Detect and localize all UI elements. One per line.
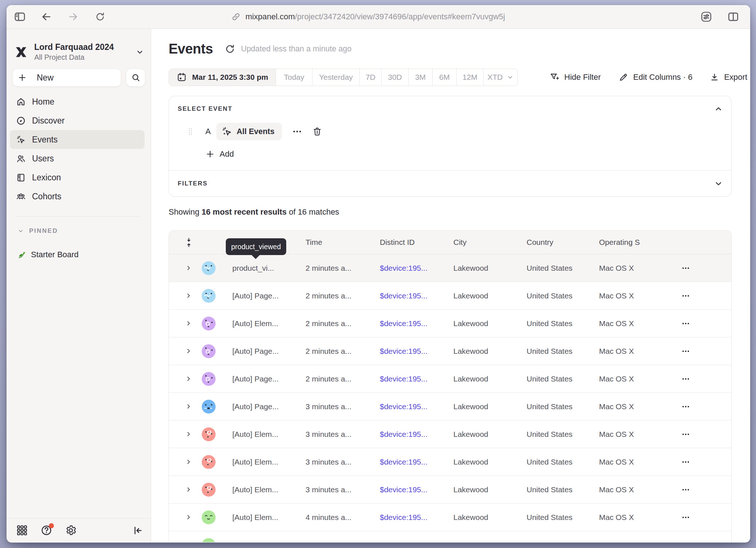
distinct-id-cell[interactable]: $device:195... — [380, 375, 453, 383]
expand-row-icon[interactable] — [185, 348, 202, 355]
row-menu-icon[interactable] — [681, 347, 731, 356]
settings-gear-icon[interactable] — [65, 524, 77, 536]
row-menu-icon[interactable] — [681, 402, 731, 411]
sidebar-item-events[interactable]: Events — [10, 130, 145, 149]
address-bar[interactable]: mixpanel.com/project/3472420/view/397469… — [231, 12, 505, 21]
more-options-icon[interactable] — [292, 126, 303, 137]
expand-row-icon[interactable] — [185, 458, 202, 465]
distinct-id-cell[interactable]: $device:195... — [380, 485, 453, 494]
table-row[interactable]: [Auto] Page... 3 minutes a... $device:19… — [169, 393, 731, 420]
help-icon[interactable] — [40, 524, 52, 536]
distinct-id-cell[interactable]: $device:195... — [380, 430, 453, 439]
event-chip-label: All Events — [237, 127, 275, 136]
table-row[interactable]: [Auto] Elem... 3 minutes a... $device:19… — [169, 448, 731, 476]
table-row[interactable]: [Auto] Page... 2 minutes a... $device:19… — [169, 365, 731, 393]
country-cell: United States — [527, 264, 599, 273]
event-selector-chip[interactable]: All Events — [216, 123, 282, 140]
row-height-toggle-icon[interactable] — [185, 237, 202, 248]
table-row[interactable]: [Auto] Elem... 3 minutes a... $device:19… — [169, 476, 731, 504]
range-today-button[interactable]: Today — [276, 69, 312, 86]
edit-columns-button[interactable]: Edit Columns · 6 — [618, 72, 693, 82]
column-header-city[interactable]: City — [453, 238, 527, 247]
row-menu-icon[interactable] — [681, 513, 731, 522]
forward-icon[interactable] — [68, 11, 79, 22]
add-event-button[interactable]: Add — [205, 147, 234, 161]
date-picker-button[interactable]: Mar 11, 2025 3:30 pm — [169, 69, 276, 86]
drag-handle-icon[interactable] — [186, 127, 195, 136]
pinned-section-header[interactable]: PINNED — [17, 227, 58, 235]
table-row[interactable]: [Auto] Elem... 2 minutes a... $device:19… — [169, 310, 731, 337]
country-cell: United States — [527, 513, 599, 522]
expand-row-icon[interactable] — [185, 514, 202, 521]
range-yesterday-button[interactable]: Yesterday — [312, 69, 359, 86]
back-icon[interactable] — [41, 11, 52, 22]
new-button[interactable]: New — [12, 68, 121, 87]
event-name-cell: [Auto] Page... — [232, 291, 306, 300]
table-row[interactable]: [Auto] Page... 2 minutes a... $device:19… — [169, 337, 731, 365]
hide-filter-button[interactable]: Hide Filter — [550, 72, 601, 82]
column-header-country[interactable]: Country — [527, 238, 599, 247]
browser-tune-icon[interactable] — [700, 11, 712, 23]
row-menu-icon[interactable] — [681, 485, 731, 494]
expand-row-icon[interactable] — [185, 375, 202, 382]
event-name-cell: [Auto] Elem... — [232, 513, 306, 522]
row-menu-icon[interactable] — [681, 457, 731, 467]
expand-row-icon[interactable] — [185, 403, 202, 410]
main-content: Events Updated less than a minute ago Ma… — [151, 29, 750, 542]
refresh-icon[interactable] — [225, 44, 235, 54]
table-row[interactable]: [Auto] Page... 2 minutes a... $device:19… — [169, 282, 731, 310]
column-header-distinct[interactable]: Distinct ID — [380, 238, 453, 247]
date-label: Mar 11, 2025 3:30 pm — [192, 73, 268, 82]
event-name-cell: [Auto] Elem... — [232, 485, 306, 494]
sidebar-toggle-icon[interactable] — [14, 11, 26, 23]
chevron-down-icon — [135, 48, 144, 56]
distinct-id-cell[interactable]: $device:195... — [380, 458, 453, 466]
sidebar-item-cohorts[interactable]: Cohorts — [10, 187, 145, 206]
expand-row-icon[interactable] — [185, 292, 202, 299]
filters-section[interactable]: FILTERS — [178, 171, 723, 196]
table-row[interactable]: [Auto] Elem... 4 minutes a... $device:19… — [169, 504, 731, 531]
expand-row-icon[interactable] — [185, 486, 202, 493]
row-menu-icon[interactable] — [681, 430, 731, 439]
distinct-id-cell[interactable]: $device:195... — [380, 264, 453, 273]
reload-icon[interactable] — [95, 12, 105, 22]
row-menu-icon[interactable] — [681, 291, 731, 301]
row-menu-icon[interactable] — [681, 540, 731, 543]
sidebar-item-home[interactable]: Home — [10, 92, 145, 111]
range-30d-button[interactable]: 30D — [381, 69, 408, 86]
expand-row-icon[interactable] — [185, 320, 202, 327]
export-button[interactable]: Export — [710, 73, 747, 82]
row-menu-icon[interactable] — [681, 319, 731, 328]
home-icon — [16, 97, 26, 107]
sidebar-item-lexicon[interactable]: Lexicon — [10, 168, 145, 187]
range-12m-button[interactable]: 12M — [456, 69, 483, 86]
distinct-id-cell[interactable]: $device:195... — [380, 513, 453, 522]
range-xtd-button[interactable]: XTD — [483, 69, 517, 86]
distinct-id-cell[interactable]: $device:195... — [380, 291, 453, 300]
split-view-icon[interactable] — [727, 11, 739, 23]
search-button[interactable] — [126, 68, 145, 87]
apps-grid-icon[interactable] — [16, 524, 28, 536]
column-header-time[interactable]: Time — [306, 238, 380, 247]
range-7d-button[interactable]: 7D — [359, 69, 381, 86]
expand-row-icon[interactable] — [185, 265, 202, 271]
range-3m-button[interactable]: 3M — [408, 69, 432, 86]
sidebar-item-discover[interactable]: Discover — [10, 111, 145, 130]
range-6m-button[interactable]: 6M — [432, 69, 456, 86]
collapse-section-icon[interactable] — [714, 104, 723, 114]
table-row[interactable]: [Auto] Elem... 3 minutes a... $device:19… — [169, 420, 731, 448]
row-menu-icon[interactable] — [681, 263, 731, 273]
expand-row-icon[interactable] — [185, 541, 202, 542]
expand-row-icon[interactable] — [185, 431, 202, 438]
distinct-id-cell[interactable]: $device:195... — [380, 347, 453, 356]
column-header-operating[interactable]: Operating S — [599, 238, 676, 247]
trash-icon[interactable] — [312, 126, 322, 137]
project-switcher[interactable]: Lord Farquaad 2024 All Project Data — [15, 42, 144, 62]
row-menu-icon[interactable] — [681, 374, 731, 384]
collapse-sidebar-icon[interactable] — [133, 525, 143, 536]
distinct-id-cell[interactable]: $device:195... — [380, 319, 453, 328]
distinct-id-cell[interactable]: $device:195... — [380, 402, 453, 411]
sidebar-item-starter-board[interactable]: Starter Board — [17, 247, 79, 262]
table-row[interactable] — [169, 531, 731, 542]
sidebar-item-users[interactable]: Users — [10, 149, 145, 168]
